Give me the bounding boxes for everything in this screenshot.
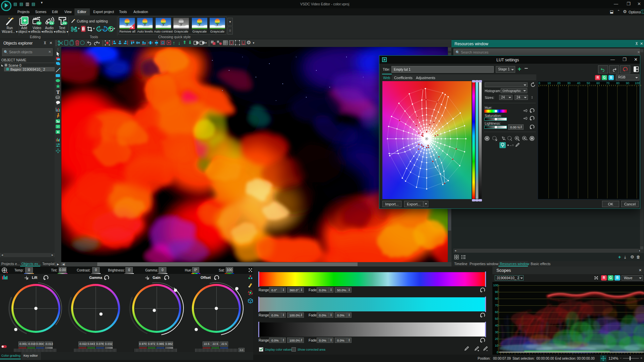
svg-text:90: 90: [104, 28, 106, 30]
svg-text:✦: ✦: [8, 17, 10, 19]
svg-text:✦: ✦: [11, 17, 14, 20]
svg-text:✦: ✦: [74, 19, 75, 21]
svg-text:FX: FX: [50, 22, 53, 24]
svg-text:FX: FX: [38, 22, 41, 24]
svg-text:FX: FX: [63, 22, 66, 24]
svg-text:90: 90: [98, 28, 100, 30]
